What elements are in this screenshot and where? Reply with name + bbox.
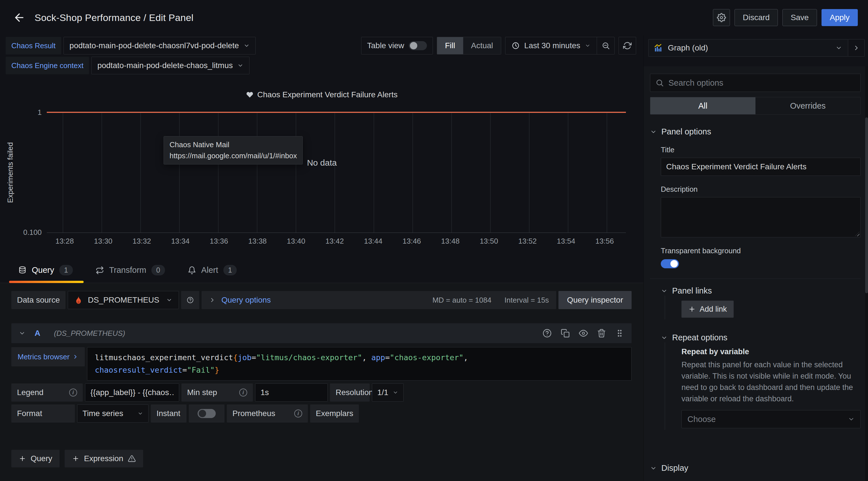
- chevron-down-icon: [835, 44, 842, 51]
- panel-links-body: Add link: [665, 296, 861, 319]
- variable-chaos-result: Chaos Result podtato-main-pod-delete-cha…: [6, 37, 256, 55]
- legend-input[interactable]: [90, 388, 174, 397]
- repeat-by-variable-description: Repeat this panel for each value in the …: [681, 359, 861, 404]
- tab-alert[interactable]: Alert 1: [187, 259, 238, 283]
- metrics-browser-button[interactable]: Metrics browser: [11, 347, 85, 366]
- graph-plot[interactable]: 1 0.100 Experiments failed Chaos Native …: [47, 112, 626, 233]
- zoom-out-icon: [601, 41, 610, 50]
- panel-description-input[interactable]: [661, 198, 860, 237]
- transparent-background-toggle[interactable]: [661, 259, 679, 268]
- chevron-down-icon: [650, 128, 657, 135]
- variable-value: podtato-main-pod-delete-chaosnl7vd-pod-d…: [69, 41, 239, 50]
- repeat-variable-select[interactable]: Choose: [681, 410, 861, 428]
- actual-option[interactable]: Actual: [463, 37, 501, 54]
- chevron-down-icon: [661, 334, 668, 341]
- query-inspector-button[interactable]: Query inspector: [558, 291, 631, 309]
- vars-and-controls: Chaos Result podtato-main-pod-delete-cha…: [0, 35, 644, 74]
- apply-button[interactable]: Apply: [822, 9, 858, 26]
- gridline: [63, 112, 63, 233]
- resolution-select[interactable]: 1/1: [372, 384, 404, 401]
- transform-icon: [96, 266, 104, 274]
- fill-option[interactable]: Fill: [437, 37, 463, 54]
- delete-query-button[interactable]: [597, 329, 606, 338]
- datasource-select[interactable]: DS_PROMETHEUS: [68, 291, 179, 309]
- repeat-variable-placeholder: Choose: [687, 415, 716, 424]
- chevron-down-icon: [237, 62, 244, 69]
- refresh-button[interactable]: [619, 37, 636, 55]
- y-axis-label-wrap: Experiments failed: [4, 112, 17, 233]
- duplicate-query-button[interactable]: [561, 329, 570, 338]
- chevron-down-icon: [848, 416, 855, 423]
- zoom-out-time-button[interactable]: [597, 37, 614, 54]
- section-repeat-options: Repeat options Repeat by variable Repeat…: [650, 333, 861, 430]
- back-button[interactable]: [11, 10, 27, 26]
- datasource-label: Data source: [11, 291, 65, 309]
- x-axis-tick: 13:36: [206, 237, 231, 246]
- metrics-browser-label: Metrics browser: [18, 353, 69, 361]
- promql-token: {: [233, 353, 238, 362]
- panel-links-header[interactable]: Panel links: [661, 286, 861, 296]
- variable-chaos-engine-context-select[interactable]: podtato-main-pod-delete-chaos_litmus: [91, 57, 249, 74]
- info-icon: i: [69, 389, 77, 396]
- variable-chaos-engine-context: Chaos Engine context podtato-main-pod-de…: [6, 57, 256, 74]
- panel-options-header[interactable]: Panel options: [650, 127, 861, 137]
- x-axis-tick: 13:48: [438, 237, 463, 246]
- tab-query[interactable]: Query 1: [17, 259, 74, 283]
- instant-toggle[interactable]: [197, 409, 216, 418]
- section-panel-links: Panel links Add link: [650, 286, 861, 319]
- time-range-button[interactable]: Last 30 minutes: [505, 37, 597, 54]
- toggle-query-visibility-button[interactable]: [579, 329, 588, 338]
- time-picker: Last 30 minutes: [505, 37, 615, 55]
- instant-toggle-box: [189, 404, 224, 423]
- database-icon: [18, 266, 27, 274]
- label-text: Min step: [187, 388, 217, 397]
- query-help-button[interactable]: [542, 329, 552, 338]
- scrollbar-thumb[interactable]: [865, 117, 868, 293]
- toggle-knob: [199, 410, 206, 417]
- promql-token: }: [215, 366, 219, 374]
- gridline: [257, 112, 257, 233]
- options-search-input[interactable]: [669, 78, 855, 88]
- visualization-select[interactable]: Graph (old): [648, 39, 848, 57]
- options-sidebar: Graph (old) All Overrides: [644, 35, 868, 481]
- grip-dots-icon: [615, 329, 624, 338]
- options-scrollbar[interactable]: [865, 66, 868, 481]
- panel-title-input[interactable]: [666, 162, 855, 171]
- format-select[interactable]: Time series: [77, 404, 149, 423]
- tab-label: Transform: [109, 266, 146, 275]
- filter-tab-all[interactable]: All: [650, 97, 755, 114]
- query-row-header[interactable]: A (DS_PROMETHEUS): [11, 323, 631, 343]
- variable-chaos-result-select[interactable]: podtato-main-pod-delete-chaosnl7vd-pod-d…: [63, 37, 256, 55]
- query-options-header[interactable]: Query options MD = auto = 1084 Interval …: [202, 291, 556, 309]
- toggle-viz-picker-button[interactable]: [848, 39, 865, 57]
- min-step-input[interactable]: [260, 388, 322, 397]
- tab-transform[interactable]: Transform 0: [94, 259, 166, 283]
- gridline: [179, 112, 180, 233]
- display-header[interactable]: Display: [650, 463, 861, 473]
- promql-expression-input[interactable]: litmuschaos_experiment_verdict{job="litm…: [87, 347, 631, 381]
- gridline: [140, 112, 141, 233]
- gear-icon: [717, 13, 726, 22]
- datasource-help-button[interactable]: [181, 291, 199, 309]
- panel-settings-button[interactable]: [713, 9, 730, 26]
- discard-button[interactable]: Discard: [735, 9, 778, 26]
- no-data-label: No data: [307, 158, 337, 168]
- chevron-down-icon: [19, 330, 26, 337]
- x-axis-tick: 13:34: [167, 237, 193, 246]
- add-expression-button[interactable]: Expression: [65, 450, 143, 468]
- toggle-knob: [410, 42, 417, 49]
- gridline: [607, 112, 607, 233]
- add-link-button[interactable]: Add link: [681, 301, 734, 318]
- add-query-button[interactable]: Query: [11, 450, 60, 468]
- page-header: Sock-Shop Performance / Edit Panel Disca…: [0, 0, 868, 35]
- filter-tab-overrides[interactable]: Overrides: [755, 97, 861, 114]
- plus-icon: [72, 455, 80, 462]
- table-view-toggle[interactable]: [409, 41, 427, 50]
- arrow-left-icon: [13, 11, 26, 24]
- chevron-down-icon: [650, 465, 657, 472]
- save-button[interactable]: Save: [782, 9, 817, 26]
- repeat-options-header[interactable]: Repeat options: [661, 333, 861, 342]
- query-options-row-2: Format Time series Instant Prometheus i: [11, 404, 631, 423]
- drag-query-handle[interactable]: [615, 329, 624, 338]
- clock-icon: [512, 42, 520, 50]
